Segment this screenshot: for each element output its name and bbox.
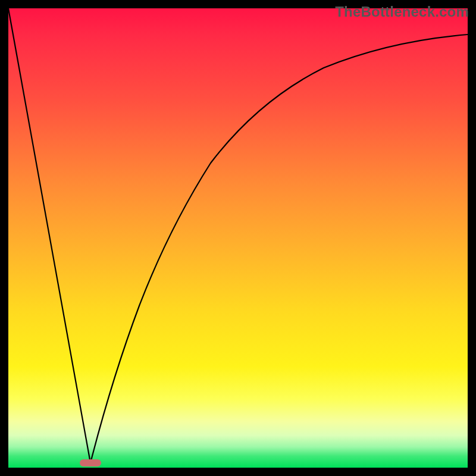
- watermark-text: TheBottleneck.com: [335, 4, 469, 20]
- chart-frame: TheBottleneck.com: [0, 0, 476, 476]
- curve-right-branch: [90, 35, 468, 463]
- plot-area: [8, 8, 468, 468]
- bottleneck-curve: [8, 8, 468, 468]
- curve-left-branch: [8, 8, 90, 463]
- minimum-marker: [80, 459, 101, 466]
